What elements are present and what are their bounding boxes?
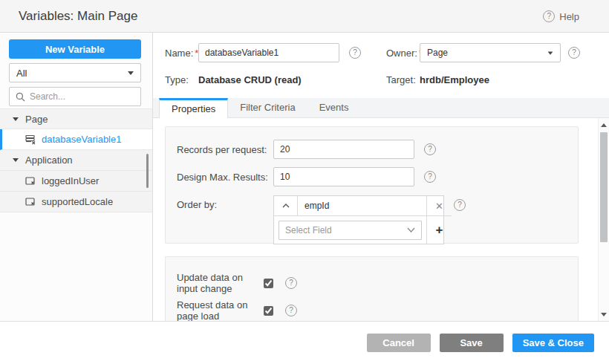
- order-by-select-cell: Select Field: [274, 215, 426, 244]
- type-target-row: Type: Database CRUD (read) Target: hrdb/…: [165, 74, 609, 88]
- update-on-input-row: Update data on input change ?: [177, 272, 297, 294]
- help-button[interactable]: ? Help: [543, 10, 579, 22]
- target-label: Target:: [386, 74, 416, 85]
- name-owner-row: Name:* ? Owner:* Page ?: [165, 43, 609, 62]
- variable-filter-value: All: [16, 68, 27, 79]
- tree-item-loggedinuser[interactable]: loggedInUser: [0, 171, 152, 192]
- scroll-up-button[interactable]: [599, 120, 609, 130]
- variables-tree: Page databaseVariable1 Application logge…: [0, 108, 152, 212]
- variable-search[interactable]: [9, 87, 141, 106]
- search-icon: [16, 92, 25, 102]
- save-button[interactable]: Save: [440, 334, 504, 352]
- select-field-placeholder: Select Field: [285, 225, 332, 235]
- owner-select-value: Page: [427, 48, 448, 58]
- records-per-request-label: Records per request:: [177, 144, 273, 155]
- request-on-load-row: Request data on page load ?: [177, 299, 297, 321]
- sidebar-scrollbar-thumb[interactable]: [146, 154, 149, 188]
- design-max-results-label: Design Max. Results:: [177, 172, 273, 183]
- detail-tabbar: Properties Filter Criteria Events: [153, 98, 609, 118]
- tree-item-databasevariable1[interactable]: databaseVariable1: [0, 129, 152, 150]
- order-by-remove-cell: ✕: [426, 196, 452, 215]
- new-variable-button[interactable]: New Variable: [9, 39, 141, 59]
- request-on-load-checkbox[interactable]: [264, 306, 273, 316]
- dialog-header: Variables: Main Page ? Help: [0, 0, 609, 33]
- chevron-down-icon: [407, 227, 415, 233]
- chevron-down-icon: [13, 117, 19, 121]
- chevron-down-icon: [128, 71, 134, 75]
- sort-direction-button[interactable]: [274, 196, 298, 215]
- records-help-icon[interactable]: ?: [424, 143, 436, 155]
- design-help-icon[interactable]: ?: [424, 171, 436, 183]
- order-by-help-icon[interactable]: ?: [454, 199, 466, 211]
- tree-group-page[interactable]: Page: [0, 108, 152, 129]
- variable-detail-panel: Name:* ? Owner:* Page ? Type: Database C…: [153, 33, 609, 321]
- main-scrollbar[interactable]: [598, 118, 609, 321]
- name-input[interactable]: [198, 43, 339, 62]
- save-and-close-button[interactable]: Save & Close: [512, 334, 594, 352]
- design-max-results-input[interactable]: [273, 167, 414, 186]
- owner-select[interactable]: Page: [420, 43, 561, 62]
- name-label: Name:*: [165, 48, 198, 59]
- tree-group-application[interactable]: Application: [0, 150, 152, 171]
- tree-group-label: Page: [25, 114, 48, 125]
- type-value: Database CRUD (read): [198, 74, 302, 85]
- order-by-field-cell: [274, 196, 426, 215]
- order-by-row: Order by: ✕: [177, 195, 466, 244]
- triangle-up-icon: [601, 123, 607, 127]
- update-help-icon[interactable]: ?: [285, 277, 297, 289]
- select-field-dropdown[interactable]: Select Field: [279, 221, 422, 240]
- tree-item-label: databaseVariable1: [42, 134, 121, 145]
- properties-scroll-area: Records per request: ? Design Max. Resul…: [153, 118, 609, 321]
- static-variable-icon: [25, 197, 36, 207]
- tree-item-label: supportedLocale: [42, 196, 113, 207]
- tab-filter-criteria[interactable]: Filter Criteria: [228, 98, 307, 117]
- tree-item-supportedlocale[interactable]: supportedLocale: [0, 192, 152, 212]
- records-per-request-row: Records per request: ?: [177, 140, 436, 159]
- remove-field-button[interactable]: ✕: [435, 201, 443, 211]
- tab-properties[interactable]: Properties: [159, 98, 228, 118]
- chevron-up-icon: [282, 204, 290, 208]
- search-input[interactable]: [30, 91, 134, 102]
- static-variable-icon: [25, 176, 36, 186]
- target-value: hrdb/Employee: [420, 74, 489, 85]
- update-on-input-label: Update data on input change: [177, 272, 264, 294]
- order-by-field-input[interactable]: [298, 196, 426, 215]
- add-field-button[interactable]: +: [436, 224, 443, 236]
- scrollbar-thumb[interactable]: [600, 132, 608, 242]
- records-per-request-input[interactable]: [273, 140, 414, 159]
- order-by-widget: ✕ Select Field +: [273, 195, 444, 244]
- design-max-results-row: Design Max. Results: ?: [177, 167, 436, 186]
- request-on-load-label: Request data on page load: [177, 299, 264, 321]
- variable-filter-select[interactable]: All: [9, 63, 141, 82]
- help-icon: ?: [543, 10, 555, 22]
- dialog-footer: Cancel Save Save & Close: [0, 321, 609, 364]
- variables-sidebar: New Variable All Page databaseVariable1: [0, 33, 153, 321]
- type-label: Type:: [165, 74, 189, 85]
- scroll-down-button[interactable]: [599, 309, 609, 319]
- tab-events[interactable]: Events: [307, 98, 361, 117]
- chevron-down-icon: [548, 51, 553, 54]
- data-settings-card: Records per request: ? Design Max. Resul…: [165, 126, 579, 244]
- tree-group-label: Application: [25, 155, 73, 166]
- owner-label: Owner:*: [386, 48, 423, 59]
- tree-item-label: loggedInUser: [42, 175, 99, 186]
- request-help-icon[interactable]: ?: [285, 305, 297, 316]
- update-on-input-checkbox[interactable]: [264, 279, 273, 288]
- database-variable-icon: [25, 134, 36, 145]
- cancel-button[interactable]: Cancel: [367, 334, 431, 352]
- owner-help-icon[interactable]: ?: [568, 47, 580, 59]
- triangle-down-icon: [601, 313, 607, 316]
- chevron-down-icon: [13, 158, 19, 162]
- name-help-icon[interactable]: ?: [349, 47, 361, 59]
- order-by-label: Order by:: [177, 199, 273, 210]
- order-by-add-cell: +: [426, 215, 452, 244]
- behavior-settings-card: Update data on input change ? Request da…: [165, 256, 579, 321]
- help-label: Help: [559, 11, 579, 22]
- page-title: Variables: Main Page: [19, 0, 137, 33]
